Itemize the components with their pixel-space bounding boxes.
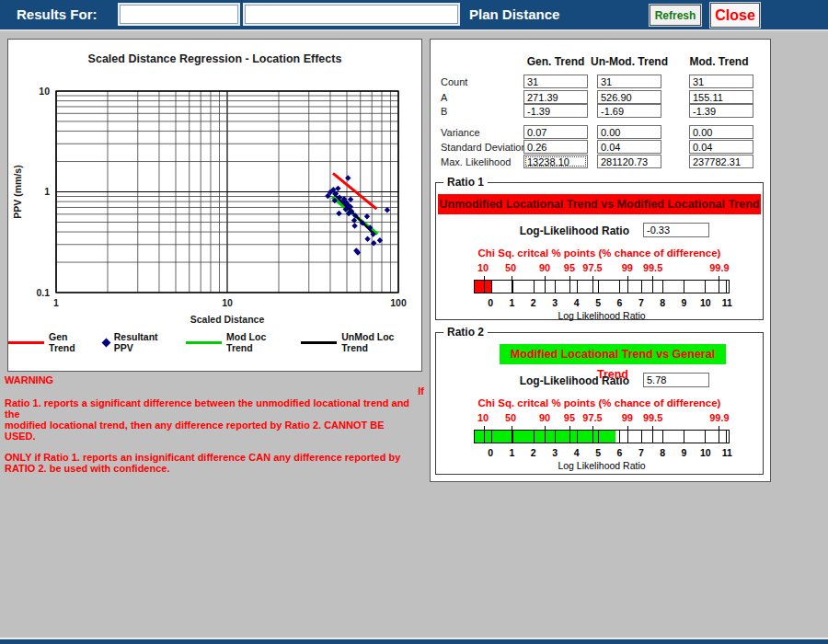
- chart-legend: Gen Trend Resultant PPV Mod Loc Trend Un…: [8, 334, 421, 351]
- chi-tick: [592, 281, 593, 293]
- y-tick-label: 10: [39, 86, 50, 97]
- window-bottom-border: [0, 639, 828, 644]
- stddev-mod-field[interactable]: [689, 140, 753, 154]
- chi-tick: [484, 431, 485, 443]
- chi-tick-stub: [652, 426, 653, 431]
- chi-tick-stub: [719, 426, 719, 431]
- ratio2-chi-heading: Chi Sq. critcal % points (% chance of di…: [436, 397, 763, 408]
- warning-line: Ratio 1. reports a significant differenc…: [5, 397, 424, 420]
- llr-number-label: 7: [638, 447, 644, 458]
- chi-percent-label: 10: [477, 262, 489, 273]
- chi-tick: [719, 281, 719, 293]
- llr-number-label: 9: [682, 447, 687, 458]
- chi-tick: [569, 431, 570, 443]
- chi-tick-stub: [592, 276, 593, 281]
- results-for-input-2[interactable]: [245, 5, 458, 24]
- llr-number-label: 5: [595, 447, 601, 458]
- llr-number-label: 11: [722, 297, 732, 308]
- chi-tick-stub: [569, 426, 570, 431]
- llr-number-labels: 01234567891011: [474, 447, 730, 459]
- warning-line: RATIO 2. be used with confidence.: [5, 463, 424, 474]
- variance-unmod-field[interactable]: [597, 125, 661, 139]
- chi-tick-stub: [652, 276, 653, 281]
- row-label-a: A: [441, 92, 447, 103]
- llr-number-label: 2: [531, 447, 536, 458]
- stddev-gen-field[interactable]: [523, 140, 588, 154]
- legend-label: UnMod Loc Trend: [341, 331, 421, 353]
- maxlik-unmod-field[interactable]: [597, 155, 661, 168]
- llr-tick: [491, 281, 492, 293]
- chi-percent-label: 99.9: [709, 262, 729, 273]
- llr-tick: [555, 431, 556, 443]
- ratio1-llr-value-field[interactable]: [643, 223, 709, 237]
- llr-tick: [641, 281, 642, 293]
- llr-number-label: 10: [700, 447, 711, 458]
- results-for-input-1[interactable]: [120, 5, 238, 24]
- col-header-gen-trend: Gen. Trend: [519, 55, 592, 68]
- col-header-unmod-trend: Un-Mod. Trend: [588, 55, 671, 68]
- chi-tick: [627, 281, 628, 293]
- ratio1-llr-label: Log-Likelihood Ratio: [491, 224, 629, 237]
- b-gen-field[interactable]: [523, 104, 588, 118]
- llr-number-label: 1: [510, 447, 515, 458]
- results-window: { "header": { "results_for_label": "Resu…: [0, 0, 828, 644]
- maxlik-mod-field[interactable]: [689, 155, 753, 168]
- count-unmod-field[interactable]: [597, 75, 661, 88]
- ratio1-llr-row: Log-Likelihood Ratio: [436, 224, 763, 239]
- ratio2-llr-row: Log-Likelihood Ratio: [436, 374, 763, 389]
- y-tick-label: 1: [44, 186, 50, 197]
- count-gen-field[interactable]: [523, 75, 588, 88]
- llr-number-label: 1: [510, 297, 515, 308]
- llr-tick: [641, 431, 642, 443]
- a-gen-field[interactable]: [523, 90, 588, 104]
- ratio1-banner: Unmodified Locational Trend vs Modified …: [438, 194, 761, 214]
- llr-number-label: 6: [617, 447, 623, 458]
- refresh-button[interactable]: Refresh: [650, 5, 701, 26]
- llr-number-label: 7: [638, 297, 644, 308]
- ratio2-llr-value-field[interactable]: [643, 373, 709, 387]
- ratio2-llr-label: Log-Likelihood Ratio: [491, 374, 629, 387]
- llr-tick: [577, 281, 578, 293]
- ratio1-chi-scale: 1050909597.59999.599.9 01234567891011 Lo…: [474, 262, 730, 321]
- x-tick-label: 100: [390, 297, 407, 308]
- ratio1-chi-heading: Chi Sq. critcal % points (% chance of di…: [436, 247, 763, 259]
- llr-tick: [534, 431, 535, 443]
- ratio2-group-label: Ratio 2: [443, 326, 488, 339]
- chi-tick-stub: [719, 276, 719, 281]
- llr-number-label: 9: [682, 297, 687, 308]
- variance-gen-field[interactable]: [523, 125, 588, 139]
- llr-tick: [662, 281, 663, 293]
- llr-tick: [619, 431, 620, 443]
- a-mod-field[interactable]: [689, 90, 753, 104]
- b-mod-field[interactable]: [689, 104, 753, 118]
- close-button[interactable]: Close: [710, 3, 760, 28]
- chi-percent-labels: 1050909597.59999.599.9: [474, 412, 730, 424]
- y-axis-label: PPV (mm/s): [12, 165, 23, 218]
- regression-chart: 1101001010.1Scaled DistancePPV (mm/s): [8, 40, 423, 373]
- y-tick-label: 0.1: [36, 287, 50, 298]
- data-point: [335, 186, 340, 191]
- row-label-variance: Variance: [441, 127, 480, 138]
- chi-percent-label: 97.5: [582, 412, 602, 423]
- unmod-loc-trend-line-swatch: [301, 341, 337, 344]
- count-mod-field[interactable]: [689, 75, 753, 88]
- variance-mod-field[interactable]: [689, 125, 753, 139]
- chi-tick-stub: [592, 426, 593, 431]
- mod-loc-trend-line-swatch: [186, 341, 222, 344]
- a-unmod-field[interactable]: [597, 90, 661, 104]
- title-bar: Results For: Plan Distance Refresh Close: [0, 0, 828, 29]
- col-header-mod-trend: Mod. Trend: [680, 55, 758, 68]
- llr-number-label: 0: [488, 447, 493, 458]
- chi-percent-label: 90: [539, 412, 550, 423]
- legend-mod-loc-trend: Mod Loc Trend: [186, 331, 293, 353]
- chi-tick: [484, 281, 485, 293]
- chi-tick: [592, 431, 593, 443]
- stddev-unmod-field[interactable]: [597, 140, 661, 154]
- chi-tick-stub: [627, 276, 628, 281]
- maxlik-gen-field[interactable]: [523, 155, 588, 168]
- llr-tick: [726, 431, 727, 443]
- legend-unmod-loc-trend: UnMod Loc Trend: [301, 331, 421, 353]
- chi-percent-label: 99.5: [643, 262, 662, 273]
- llr-tick: [619, 281, 620, 293]
- b-unmod-field[interactable]: [597, 104, 661, 118]
